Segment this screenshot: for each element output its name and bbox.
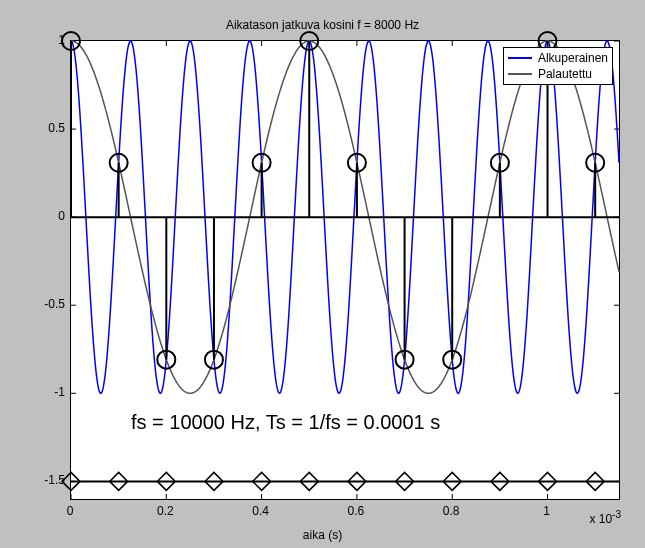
legend-label: Palautettu — [538, 67, 592, 81]
chart-axes: Alkuperainen Palautettu fs = 10000 Hz, T… — [70, 40, 620, 500]
x-axis-offset: x 10-3 — [589, 509, 621, 526]
legend-item-alkuperainen: Alkuperainen — [508, 50, 608, 66]
y-tick-label: -1 — [15, 385, 65, 399]
x-axis-label: aika (s) — [0, 528, 645, 542]
annotation-fs: fs = 10000 Hz, Ts = 1/fs = 0.0001 s — [131, 411, 440, 434]
y-tick-label: 0.5 — [15, 121, 65, 135]
legend: Alkuperainen Palautettu — [503, 47, 613, 85]
legend-item-palautettu: Palautettu — [508, 66, 608, 82]
x-tick-label: 0.4 — [252, 504, 269, 518]
y-tick-label: -1.5 — [15, 473, 65, 487]
y-tick-label: 0 — [15, 209, 65, 223]
chart-title: Aikatason jatkuva kosini f = 8000 Hz — [0, 18, 645, 32]
legend-label: Alkuperainen — [538, 51, 608, 65]
legend-swatch-blue — [508, 57, 532, 59]
legend-swatch-gray — [508, 73, 532, 75]
x-tick-label: 0.8 — [443, 504, 460, 518]
x-tick-label: 0.6 — [348, 504, 365, 518]
y-tick-label: -0.5 — [15, 297, 65, 311]
x-tick-label: 0 — [67, 504, 74, 518]
x-tick-label: 0.2 — [157, 504, 174, 518]
figure-window: Aikatason jatkuva kosini f = 8000 Hz Alk… — [0, 0, 645, 548]
y-tick-label: 1 — [15, 33, 65, 47]
x-tick-label: 1 — [543, 504, 550, 518]
